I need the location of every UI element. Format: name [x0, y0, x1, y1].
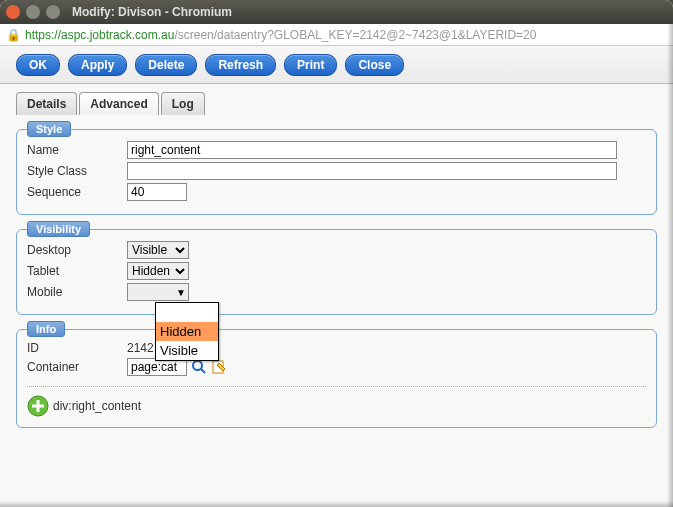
- window: Modify: Divison - Chromium 🔒 https://asp…: [0, 0, 673, 507]
- class-input[interactable]: [127, 162, 617, 180]
- window-title: Modify: Divison - Chromium: [72, 5, 232, 19]
- info-legend: Info: [27, 321, 65, 337]
- chevron-down-icon: ▼: [176, 287, 186, 298]
- sequence-input[interactable]: [127, 183, 187, 201]
- dropdown-visible[interactable]: Visible: [156, 341, 218, 360]
- sequence-label: Sequence: [27, 185, 127, 199]
- mobile-label: Mobile: [27, 285, 127, 299]
- edit-icon[interactable]: [211, 359, 227, 375]
- svg-rect-5: [32, 405, 44, 408]
- window-close-button[interactable]: [6, 5, 20, 19]
- apply-button[interactable]: Apply: [68, 54, 127, 76]
- style-group: Style Name Style Class Sequence: [16, 129, 657, 215]
- svg-line-1: [201, 369, 205, 373]
- address-bar[interactable]: 🔒 https://aspc.jobtrack.com.au/screen/da…: [0, 24, 673, 46]
- tab-log[interactable]: Log: [161, 92, 205, 115]
- toolbar: OK Apply Delete Refresh Print Close: [0, 46, 673, 84]
- tab-details[interactable]: Details: [16, 92, 77, 115]
- tabs: Details Advanced Log: [16, 92, 657, 115]
- url-path: /screen/dataentry?GLOBAL_KEY=2142@2~7423…: [174, 28, 536, 42]
- divider: [27, 386, 646, 387]
- svg-point-0: [193, 361, 202, 370]
- desktop-select[interactable]: Visible: [127, 241, 189, 259]
- add-icon[interactable]: [27, 395, 49, 417]
- search-icon[interactable]: [191, 359, 207, 375]
- div-text: div:right_content: [53, 399, 141, 413]
- visibility-legend: Visibility: [27, 221, 90, 237]
- tab-advanced[interactable]: Advanced: [79, 92, 158, 115]
- url-host: ://aspc.jobtrack.com.au: [51, 28, 174, 42]
- name-label: Name: [27, 143, 127, 157]
- mobile-select[interactable]: ▼: [127, 283, 189, 301]
- window-minimize-button[interactable]: [26, 5, 40, 19]
- dropdown-hidden[interactable]: Hidden: [156, 322, 218, 341]
- name-input[interactable]: [127, 141, 617, 159]
- delete-button[interactable]: Delete: [135, 54, 197, 76]
- print-button[interactable]: Print: [284, 54, 337, 76]
- tablet-select[interactable]: Hidden: [127, 262, 189, 280]
- info-group: Info ID 2142 Container div:rig: [16, 329, 657, 428]
- visibility-group: Visibility Desktop Visible Tablet Hidden…: [16, 229, 657, 315]
- window-maximize-button[interactable]: [46, 5, 60, 19]
- lock-icon: 🔒: [6, 28, 21, 42]
- dropdown-blank[interactable]: [156, 303, 218, 322]
- style-legend: Style: [27, 121, 71, 137]
- titlebar: Modify: Divison - Chromium: [0, 0, 673, 24]
- url-scheme: https: [25, 28, 51, 42]
- refresh-button[interactable]: Refresh: [205, 54, 276, 76]
- container-label: Container: [27, 360, 127, 374]
- class-label: Style Class: [27, 164, 127, 178]
- id-label: ID: [27, 341, 127, 355]
- tablet-label: Tablet: [27, 264, 127, 278]
- close-button[interactable]: Close: [345, 54, 404, 76]
- content: Details Advanced Log Style Name Style Cl…: [0, 84, 673, 444]
- ok-button[interactable]: OK: [16, 54, 60, 76]
- mobile-dropdown: Hidden Visible: [155, 302, 219, 361]
- id-value: 2142: [127, 341, 154, 355]
- desktop-label: Desktop: [27, 243, 127, 257]
